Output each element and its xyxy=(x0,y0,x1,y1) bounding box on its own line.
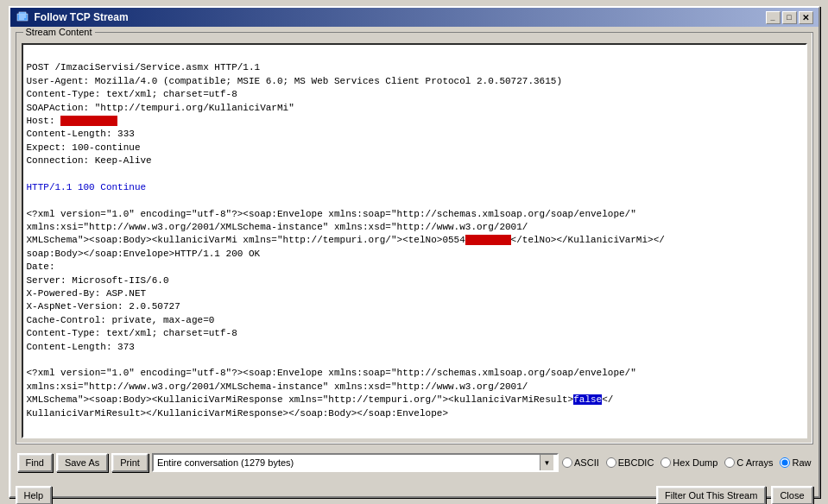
title-bar: Follow TCP Stream _ □ ✕ xyxy=(10,8,819,27)
radio-ebcdic-label: EBCDIC xyxy=(618,457,654,468)
line-1: POST /ImzaciServisi/Service.asmx HTTP/1.… xyxy=(27,62,563,166)
radio-carrays-label: C Arrays xyxy=(736,457,773,468)
radio-hexdump-input[interactable] xyxy=(661,457,671,468)
combo-text: Entire conversation (1279 bytes) xyxy=(157,457,540,468)
minimize-button[interactable]: _ xyxy=(766,11,781,24)
radio-raw-label: Raw xyxy=(792,457,811,468)
title-bar-left: Follow TCP Stream xyxy=(16,10,129,24)
stream-content-area[interactable]: POST /ImzaciServisi/Service.asmx HTTP/1.… xyxy=(22,43,807,438)
radio-ebcdic-input[interactable] xyxy=(606,457,616,468)
footer-bar: Help Filter Out This Stream Close xyxy=(10,482,819,504)
window-body: Stream Content POST /ImzaciServisi/Servi… xyxy=(10,27,819,479)
title-controls: _ □ ✕ xyxy=(766,11,813,24)
display-radio-group: ASCII EBCDIC Hex Dump C Arrays Raw xyxy=(562,457,811,468)
radio-ascii-label: ASCII xyxy=(574,457,599,468)
radio-carrays-input[interactable] xyxy=(724,457,735,468)
help-button[interactable]: Help xyxy=(16,486,53,504)
radio-hexdump[interactable]: Hex Dump xyxy=(661,457,717,468)
close-button[interactable]: Close xyxy=(771,486,812,504)
svg-rect-1 xyxy=(19,12,26,14)
main-window: Follow TCP Stream _ □ ✕ Stream Content P… xyxy=(9,6,820,498)
telno-highlight xyxy=(465,235,511,245)
radio-hexdump-label: Hex Dump xyxy=(673,457,717,468)
save-as-button[interactable]: Save As xyxy=(56,453,108,472)
radio-raw-input[interactable] xyxy=(780,457,790,468)
http-continue: HTTP/1.1 100 Continue xyxy=(27,182,147,192)
radio-ascii[interactable]: ASCII xyxy=(562,457,599,468)
maximize-button[interactable]: □ xyxy=(782,11,797,24)
conversation-dropdown[interactable]: Entire conversation (1279 bytes) ▼ xyxy=(152,453,559,472)
group-label: Stream Content xyxy=(23,27,95,37)
window-icon xyxy=(16,10,29,24)
content-rest: <?xml version="1.0" encoding="utf-8"?><s… xyxy=(27,209,665,419)
combo-arrow[interactable]: ▼ xyxy=(540,455,553,470)
result-highlight: false xyxy=(573,394,602,405)
bottom-controls-bar: Find Save As Print Entire conversation (… xyxy=(16,450,813,474)
find-button[interactable]: Find xyxy=(17,453,53,472)
window-title: Follow TCP Stream xyxy=(35,11,129,23)
footer-left: Help xyxy=(16,486,53,504)
print-button[interactable]: Print xyxy=(111,453,149,472)
radio-ascii-input[interactable] xyxy=(562,457,572,468)
radio-raw[interactable]: Raw xyxy=(780,457,811,468)
footer-right: Filter Out This Stream Close xyxy=(656,486,813,504)
host-highlight xyxy=(60,116,117,126)
filter-out-button[interactable]: Filter Out This Stream xyxy=(656,486,766,504)
close-title-button[interactable]: ✕ xyxy=(799,11,813,24)
radio-carrays[interactable]: C Arrays xyxy=(724,457,773,468)
radio-ebcdic[interactable]: EBCDIC xyxy=(606,457,654,468)
stream-content-group: Stream Content POST /ImzaciServisi/Servi… xyxy=(16,32,813,444)
